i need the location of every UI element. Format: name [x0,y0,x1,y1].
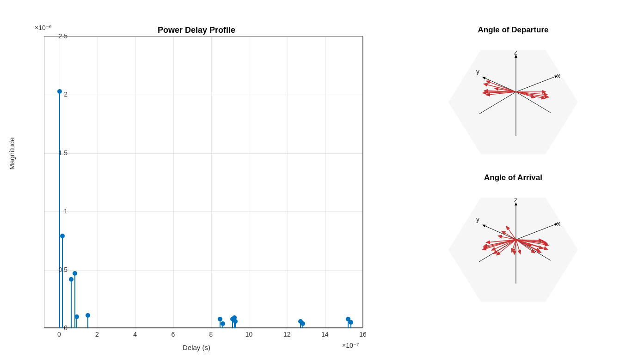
x-tick-label: 2 [95,331,99,338]
stem-marker [233,319,238,324]
aoa-svg [430,185,596,324]
stem-line [74,273,75,328]
gridline-h [44,153,362,154]
gridline-v [173,36,174,327]
gridline-h [44,211,362,212]
aod-title: Angle of Departure [421,25,606,35]
gridline-h [44,328,362,329]
gridline-h [44,95,362,95]
x-tick-label: 4 [133,331,137,338]
x-tick-label: 12 [283,331,291,338]
stem-line [71,279,72,328]
stem-marker [301,321,305,326]
figure-container: Power Delay Profile ×10⁻⁶ Delay (s) Magn… [0,0,644,362]
stem-marker [218,317,222,321]
x-tick-label: 14 [321,331,329,338]
aoa-title: Angle of Arrival [421,173,606,182]
gridline-v [98,36,98,327]
y-tick-label: 0 [44,324,67,332]
gridline-v [250,36,250,327]
power-delay-profile-panel: Power Delay Profile ×10⁻⁶ Delay (s) Magn… [0,0,393,362]
x-axis-exponent: ×10⁻⁷ [342,342,359,349]
y-tick-label: 1.5 [44,149,67,157]
aod-x-label: x [557,72,560,79]
y-tick-label: 0.5 [44,266,67,273]
gridline-v [135,36,136,327]
stem-marker [86,313,90,318]
aoa-plot-area: z x y [430,185,596,324]
aod-y-label: y [476,68,479,75]
svg-line-2 [516,76,558,92]
y-axis-label: Magnitude [8,137,16,169]
x-axis-label: Delay (s) [0,344,393,351]
stem-marker [73,271,77,276]
svg-line-3 [479,92,516,114]
gridline-v [325,36,326,327]
stem-marker [349,320,353,325]
x-tick-label: 16 [359,331,367,338]
x-tick-label: 8 [209,331,213,338]
stem-marker [74,314,79,319]
gridline-h [44,36,362,37]
angle-of-departure-block: Angle of Departure z x y [421,25,606,176]
aod-plot-area: z x y [430,37,596,176]
gridline-h [44,270,362,271]
x-tick-label: 10 [245,331,253,338]
aoa-x-label: x [557,220,560,227]
direction-arrow [486,81,516,92]
y-tick-label: 2 [44,90,67,98]
stem-line [62,236,63,328]
aoa-y-label: y [476,216,479,223]
stem-marker [69,277,74,282]
x-tick-label: 0 [57,331,61,338]
y-tick-label: 2.5 [44,32,67,40]
gridline-v [363,36,364,327]
y-axis-exponent: ×10⁻⁶ [35,24,52,31]
aod-z-label: z [514,48,517,56]
stem-marker [60,234,65,238]
y-tick-label: 1 [44,207,67,215]
x-tick-label: 6 [171,331,175,338]
angle-of-arrival-block: Angle of Arrival z x y [421,173,606,324]
svg-line-8 [516,223,558,240]
pdp-plot-area [44,36,363,328]
gridline-v [288,36,288,327]
aoa-z-label: z [514,196,517,204]
gridline-v [211,36,212,327]
angle-plots-panel: Angle of Departure z x y Angle of Arriva… [393,0,644,362]
stem-marker [221,321,225,326]
aod-svg [430,37,596,176]
